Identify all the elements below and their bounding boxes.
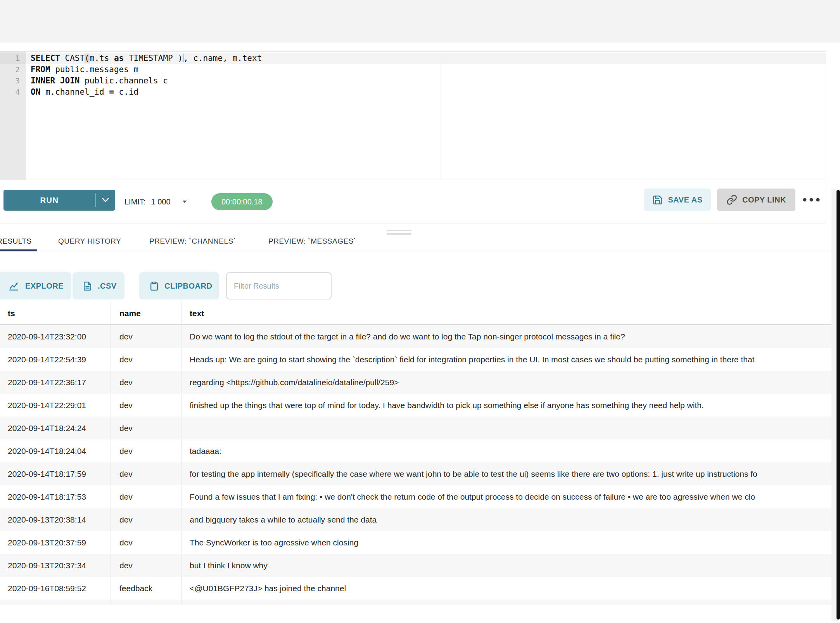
table-cell: for testing the app internally (specific…: [181, 462, 832, 485]
results-table: ts name text 2020-09-14T23:32:00devDo we…: [0, 303, 832, 605]
run-button[interactable]: RUN: [3, 190, 95, 211]
tab-preview-channels[interactable]: PREVIEW: `CHANNELS`: [149, 231, 236, 251]
table-cell: dev: [111, 485, 181, 508]
code-line[interactable]: SELECT CAST(m.ts as TIMESTAMP ), c.name,…: [31, 53, 826, 64]
run-dropdown-button[interactable]: [96, 190, 115, 211]
table-row[interactable]: 2020-09-14T23:32:00devDo we want to log …: [0, 325, 832, 348]
table-row[interactable]: 2020-09-14T18:17:53devFound a few issues…: [0, 485, 832, 508]
column-header-ts[interactable]: ts: [0, 303, 111, 324]
table-cell: 2020-09-14T18:17:59: [0, 462, 111, 485]
table-row[interactable]: 2020-09-14T22:54:39devHeads up: We are g…: [0, 348, 832, 371]
table-row[interactable]: 2020-09-14T18:24:04devtadaaaa:: [0, 440, 832, 462]
save-as-button[interactable]: SAVE AS: [644, 189, 711, 211]
vertical-scrollbar-thumb[interactable]: [837, 190, 840, 620]
copy-link-button[interactable]: COPY LINK: [717, 189, 795, 211]
scrollbar-track[interactable]: [831, 189, 837, 621]
limit-dropdown[interactable]: LIMIT: 1 000: [124, 180, 187, 223]
table-cell: dev: [111, 394, 181, 417]
table-cell: dev: [111, 462, 181, 485]
link-icon: [726, 194, 737, 205]
clipboard-button[interactable]: CLIPBOARD: [139, 272, 219, 299]
chevron-down-icon: [101, 197, 110, 203]
results-header: ts name text: [0, 303, 832, 325]
copy-link-label: COPY LINK: [742, 196, 786, 204]
code-line[interactable]: ON m.channel_id = c.id: [31, 87, 826, 98]
code-token: CAST: [60, 54, 85, 63]
code-token: SELECT: [31, 54, 60, 63]
tab-preview-messages[interactable]: PREVIEW: `MESSAGES`: [268, 231, 356, 251]
table-row[interactable]: 2020-09-14T22:29:01devfinished up the th…: [0, 394, 832, 417]
line-number: 1: [0, 53, 26, 64]
code-line[interactable]: FROM public.messages m: [31, 64, 826, 75]
query-editor-panel: 1234 SELECT CAST(m.ts as TIMESTAMP ), c.…: [0, 51, 826, 223]
table-cell: but I think I know why: [181, 554, 832, 577]
code-token: c.id: [114, 87, 138, 97]
table-row-partial: [0, 600, 832, 605]
table-cell: 2020-09-14T18:24:24: [0, 417, 111, 440]
table-cell: dev: [111, 371, 181, 394]
table-cell: tadaaaa:: [181, 440, 832, 462]
table-cell: [181, 417, 832, 440]
editor-gutter: 1234: [0, 52, 26, 180]
table-cell: finished up the things that were top of …: [181, 394, 832, 417]
table-cell: dev: [111, 508, 181, 531]
tab-results[interactable]: RESULTS: [0, 231, 32, 251]
table-cell: [0, 600, 111, 605]
query-toolbar: RUN LIMIT: 1 000 00:00:00.18 SAVE AS: [0, 180, 826, 223]
table-cell: <@U01BGFP273J> has joined the channel: [181, 577, 832, 600]
table-cell: feedback: [111, 577, 181, 600]
more-options-button[interactable]: [799, 189, 823, 211]
run-button-group[interactable]: RUN: [3, 190, 115, 211]
table-cell: 2020-09-14T23:32:00: [0, 325, 111, 348]
table-cell: 2020-09-14T18:24:04: [0, 440, 111, 462]
clipboard-label: CLIPBOARD: [164, 282, 212, 291]
csv-button[interactable]: .CSV: [73, 272, 124, 299]
filter-results-input[interactable]: [226, 272, 332, 299]
table-cell: dev: [111, 554, 181, 577]
table-cell: 2020-09-16T08:59:52: [0, 577, 111, 600]
code-token: ON: [31, 87, 40, 97]
code-token: ): [178, 54, 183, 63]
tab-query-history[interactable]: QUERY HISTORY: [58, 231, 121, 251]
table-row[interactable]: 2020-09-14T18:24:24dev: [0, 417, 832, 440]
table-cell: 2020-09-14T22:29:01: [0, 394, 111, 417]
code-token: public.channels c: [80, 76, 168, 85]
editor-code[interactable]: SELECT CAST(m.ts as TIMESTAMP ), c.name,…: [31, 53, 826, 98]
active-tab-underline: [0, 249, 37, 251]
table-row[interactable]: 2020-09-16T08:59:52feedback<@U01BGFP273J…: [0, 577, 832, 600]
table-cell: [181, 600, 832, 605]
limit-value: 1 000: [151, 197, 170, 206]
chart-icon: [9, 281, 19, 291]
table-cell: regarding <https://github.com/datalineio…: [181, 371, 832, 394]
code-token: INNER JOIN: [31, 76, 80, 85]
table-row[interactable]: 2020-09-13T20:37:34devbut I think I know…: [0, 554, 832, 577]
save-as-label: SAVE AS: [668, 196, 702, 204]
code-token: (: [85, 54, 90, 63]
code-token: FROM: [31, 65, 50, 74]
code-line[interactable]: INNER JOIN public.channels c: [31, 75, 826, 87]
line-number: 2: [0, 64, 26, 75]
column-header-name[interactable]: name: [111, 303, 181, 324]
table-row[interactable]: 2020-09-13T20:38:14devand bigquery takes…: [0, 508, 832, 531]
code-token: =: [109, 87, 114, 97]
table-cell: Found a few issues that I am fixing: • w…: [181, 485, 832, 508]
ellipsis-icon: [802, 197, 820, 202]
explore-button[interactable]: EXPLORE: [0, 272, 71, 299]
table-row[interactable]: 2020-09-13T20:37:59devThe SyncWorker is …: [0, 531, 832, 554]
code-token: m.channel_id: [40, 87, 109, 97]
sql-editor[interactable]: 1234 SELECT CAST(m.ts as TIMESTAMP ), c.…: [0, 52, 826, 180]
clipboard-icon: [149, 281, 159, 291]
table-cell: The SyncWorker is too agressive when clo…: [181, 531, 832, 554]
table-cell: and bigquery takes a while to actually s…: [181, 508, 832, 531]
results-body: 2020-09-14T23:32:00devDo we want to log …: [0, 325, 832, 605]
top-header-area: [0, 0, 840, 43]
table-row[interactable]: 2020-09-14T18:17:59devfor testing the ap…: [0, 462, 832, 485]
table-cell: dev: [111, 417, 181, 440]
table-cell: Do we want to log the stdout of the targ…: [181, 325, 832, 348]
table-cell: 2020-09-14T22:36:17: [0, 371, 111, 394]
column-header-text[interactable]: text: [181, 303, 832, 324]
table-row[interactable]: 2020-09-14T22:36:17devregarding <https:/…: [0, 371, 832, 394]
results-tab-bar: RESULTS QUERY HISTORY PREVIEW: `CHANNELS…: [0, 231, 832, 251]
limit-label: LIMIT:: [124, 197, 145, 206]
file-icon: [83, 281, 92, 291]
